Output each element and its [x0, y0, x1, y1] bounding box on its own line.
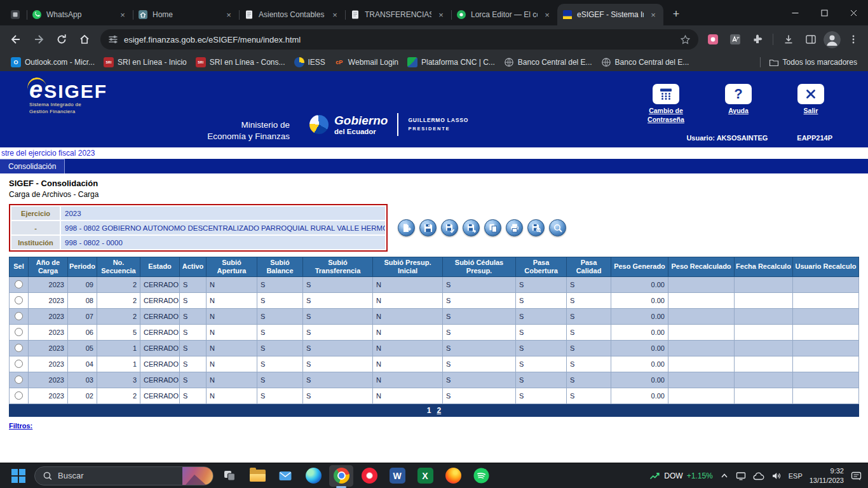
reload-button[interactable] [51, 29, 72, 50]
new-document-button[interactable] [398, 219, 415, 236]
side-panel-icon[interactable] [801, 30, 820, 49]
menu-kebab-icon[interactable] [844, 30, 863, 49]
extension-pink-icon[interactable] [703, 30, 722, 49]
translate-icon[interactable] [726, 30, 745, 49]
tab-close-icon[interactable]: × [436, 10, 446, 20]
select-cell [10, 388, 29, 404]
taskbar-clock[interactable]: 9:32 13/11/2023 [810, 466, 844, 485]
table-cell: S [303, 356, 373, 372]
approve-button[interactable] [463, 219, 480, 236]
bookmark-cnc[interactable]: Plataforma CNC | C... [403, 55, 499, 69]
help-button[interactable]: ? Ayuda [712, 84, 765, 124]
word-button[interactable]: W [385, 465, 409, 487]
hidden-icons-chevron[interactable] [720, 471, 729, 480]
session-info: Usuario: AKSOSAINTEG EAPP214P [686, 134, 832, 142]
forward-button[interactable] [28, 29, 50, 50]
row-select-radio[interactable] [15, 391, 23, 400]
maximize-button[interactable] [810, 0, 839, 25]
firefox-button[interactable] [441, 465, 465, 487]
home-button[interactable] [74, 29, 95, 50]
notification-center-icon[interactable] [851, 471, 862, 481]
print-button[interactable] [506, 219, 523, 236]
taskbar-search[interactable]: Buscar [34, 466, 214, 485]
esigef-favicon [562, 10, 573, 20]
downloads-icon[interactable] [779, 30, 798, 49]
tab-home[interactable]: Home × [133, 4, 239, 25]
row-select-radio[interactable] [15, 296, 23, 304]
table-cell: 08 [68, 293, 97, 309]
filters-link[interactable]: Filtros: [9, 422, 32, 430]
row-select-radio[interactable] [15, 280, 23, 288]
tab-close-icon[interactable]: × [542, 10, 552, 20]
tab-whatsapp[interactable]: WhatsApp × [27, 4, 133, 25]
new-tab-button[interactable]: + [667, 5, 685, 23]
validate-button[interactable] [441, 219, 458, 236]
row-select-radio[interactable] [15, 376, 23, 384]
table-row: 2023022CERRADOSNSSNSSS0.00 [10, 388, 859, 404]
tab-esigef-active[interactable]: eSIGEF - Sistema Inte × [557, 4, 663, 25]
address-bar[interactable]: esigef.finanzas.gob.ec/eSIGEF/menu/index… [100, 29, 698, 50]
bookmark-webmail[interactable]: cP Webmail Login [330, 55, 403, 69]
chrome-button[interactable] [329, 465, 353, 487]
tab-close-icon[interactable]: × [118, 10, 128, 20]
display-icon[interactable] [736, 471, 746, 481]
table-cell: N [373, 341, 443, 356]
tab-close-icon[interactable]: × [330, 10, 340, 20]
logout-button[interactable]: Salir [784, 84, 837, 124]
mail-button[interactable] [273, 465, 297, 487]
bookmark-all-bookmarks[interactable]: Todos los marcadores [764, 55, 862, 69]
extensions-puzzle-icon[interactable] [748, 30, 767, 49]
bookmark-star-icon[interactable] [680, 34, 691, 45]
menu-tab-consolidacion[interactable]: Consolidación [0, 159, 65, 173]
bookmark-banco-central-2[interactable]: Banco Central del E... [597, 55, 694, 69]
file-explorer-button[interactable] [245, 465, 269, 487]
logo-brand: SIGEF [44, 83, 107, 100]
spotify-button[interactable] [469, 465, 493, 487]
language-indicator[interactable]: ESP [789, 472, 803, 480]
bookmark-outlook[interactable]: O Outlook.com - Micr... [6, 55, 99, 69]
bookmark-label: SRI en Línea - Inicio [118, 58, 187, 67]
stock-widget[interactable]: DOW +1.15% [649, 471, 712, 480]
opera-button[interactable] [357, 465, 381, 487]
row-select-radio[interactable] [15, 328, 23, 336]
tab-close-icon[interactable]: × [648, 10, 658, 20]
table-cell: S [257, 356, 303, 372]
bookmark-iess[interactable]: IESS [290, 55, 330, 69]
form-field-value: 998 - 0802 - 0000 [61, 236, 385, 249]
form-row-ejercicio: Ejercicio 2023 [11, 207, 385, 220]
back-button[interactable] [5, 29, 27, 50]
profile-avatar[interactable] [824, 31, 841, 48]
bookmark-sri-consultas[interactable]: SRI SRI en Línea - Cons... [191, 55, 290, 69]
tab-lorca-editor[interactable]: Lorca Editor — El cor × [451, 4, 557, 25]
edge-button[interactable] [301, 465, 325, 487]
task-view-button[interactable] [217, 465, 241, 487]
row-select-radio[interactable] [15, 312, 23, 320]
minimize-button[interactable] [780, 0, 810, 25]
tab-close-icon[interactable]: × [224, 10, 234, 20]
column-header: Fecha Recalculo [735, 257, 793, 277]
home-icon [78, 33, 91, 46]
start-button[interactable] [6, 465, 31, 487]
column-header: Año de Carga [29, 257, 68, 277]
search-highlight-image [182, 467, 213, 485]
table-cell: 0.00 [611, 356, 668, 372]
onedrive-cloud-icon[interactable] [753, 471, 764, 480]
row-select-radio[interactable] [15, 344, 23, 352]
tab-asientos-contables[interactable]: Asientos Contables × [239, 4, 345, 25]
bookmark-banco-central-1[interactable]: Banco Central del E... [499, 55, 597, 69]
row-select-radio[interactable] [15, 360, 23, 368]
pinned-tab[interactable] [4, 4, 27, 25]
copy-button[interactable] [484, 219, 501, 236]
tab-transferencias[interactable]: TRANSFERENCIAS RE × [345, 4, 451, 25]
close-button[interactable] [839, 0, 868, 25]
change-password-button[interactable]: Cambio de Contraseña [639, 84, 693, 124]
excel-button[interactable]: X [413, 465, 437, 487]
volume-icon[interactable] [771, 471, 782, 481]
query-button[interactable] [527, 219, 545, 236]
bookmark-sri-inicio[interactable]: SRI SRI en Línea - Inicio [99, 55, 191, 69]
diskette-icon [423, 223, 433, 233]
url-text: esigef.finanzas.gob.ec/eSIGEF/menu/index… [124, 35, 674, 44]
save-button[interactable] [419, 219, 437, 236]
search-button[interactable] [549, 219, 566, 236]
page-number-link[interactable]: 2 [437, 406, 442, 415]
